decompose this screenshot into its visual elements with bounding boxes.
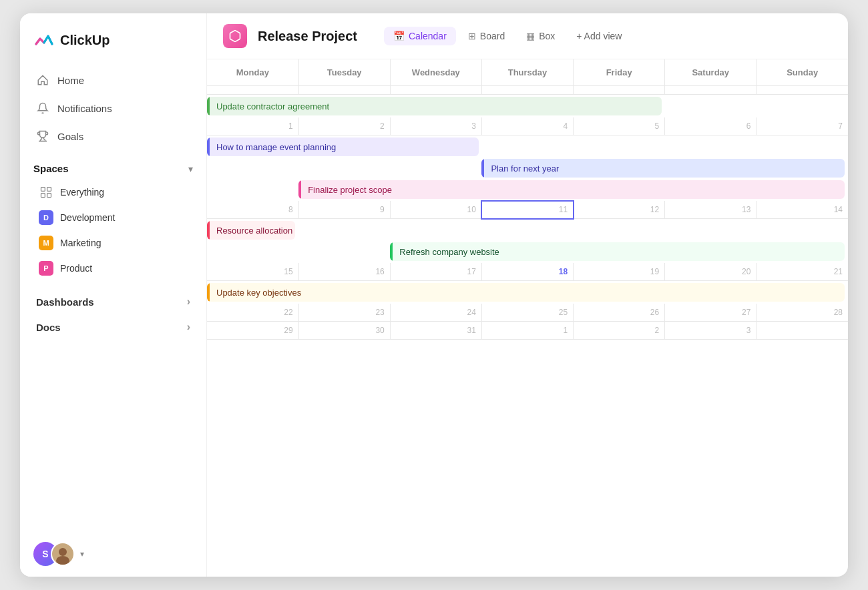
date-number-2-1: 9 bbox=[299, 201, 390, 218]
sidebar-goals-label: Goals bbox=[57, 131, 83, 142]
product-avatar: P bbox=[39, 261, 53, 276]
date-number-4-1: 23 bbox=[299, 304, 390, 321]
tab-board[interactable]: ⊞ Board bbox=[459, 27, 514, 45]
spaces-chevron[interactable]: ▾ bbox=[188, 164, 193, 174]
event-bar-1-1[interactable]: Plan for next year bbox=[207, 158, 848, 178]
date-number-3-3: 18 bbox=[482, 263, 573, 280]
cal-cell-4-5[interactable]: 27 bbox=[665, 304, 756, 322]
cal-cell-2-4[interactable]: 12 bbox=[574, 201, 665, 219]
cal-cell-0-3[interactable] bbox=[481, 86, 573, 95]
cal-cell-0-5[interactable] bbox=[665, 86, 756, 95]
cal-cell-3-0[interactable]: 15 bbox=[207, 263, 298, 281]
week-row-1: 1234567 bbox=[207, 117, 848, 135]
cal-cell-3-2[interactable]: 17 bbox=[390, 263, 481, 281]
cal-cell-1-4[interactable]: 5 bbox=[574, 117, 665, 135]
cal-cell-2-1[interactable]: 9 bbox=[298, 201, 390, 219]
event-bar-0-0[interactable]: Update contractor agreement bbox=[207, 96, 848, 116]
cal-cell-3-1[interactable]: 16 bbox=[298, 263, 390, 281]
date-number-1-6: 7 bbox=[756, 117, 848, 135]
event-bar-1-2[interactable]: Finalize project scope bbox=[207, 180, 848, 200]
user-dropdown-arrow[interactable]: ▾ bbox=[80, 549, 84, 559]
event-bar-3-0[interactable]: Update key objectives bbox=[207, 282, 848, 302]
date-number-2-6: 14 bbox=[756, 201, 848, 218]
week-row-2: 891011121314 bbox=[207, 201, 848, 219]
cal-cell-1-6[interactable]: 7 bbox=[756, 117, 848, 135]
date-number-2-2: 10 bbox=[391, 201, 481, 218]
cal-cell-1-0[interactable]: 1 bbox=[207, 117, 298, 135]
cal-cell-4-6[interactable]: 28 bbox=[756, 304, 848, 322]
project-title: Release Project bbox=[258, 29, 357, 44]
cal-cell-4-1[interactable]: 23 bbox=[298, 304, 390, 322]
box-tab-label: Box bbox=[539, 31, 555, 41]
cal-cell-4-3[interactable]: 25 bbox=[481, 304, 573, 322]
sidebar-item-product[interactable]: P Product bbox=[33, 256, 193, 281]
docs-item[interactable]: Docs › bbox=[28, 314, 198, 340]
event-cell-1: How to manage event planningPlan for nex… bbox=[207, 135, 848, 202]
tab-box[interactable]: ▦ Box bbox=[517, 27, 564, 45]
event-bar-2-0[interactable]: Resource allocation bbox=[207, 220, 848, 240]
cal-cell-3-3[interactable]: 18 bbox=[481, 263, 573, 281]
cal-cell-0-0[interactable] bbox=[207, 86, 298, 95]
sidebar-item-marketing[interactable]: M Marketing bbox=[33, 230, 193, 256]
cal-cell-0-6[interactable] bbox=[756, 86, 848, 95]
dashboards-label: Dashboards bbox=[36, 296, 94, 308]
cal-cell-2-0[interactable]: 8 bbox=[207, 201, 298, 219]
date-number-1-4: 5 bbox=[574, 117, 664, 135]
sidebar-item-goals[interactable]: Goals bbox=[28, 123, 198, 150]
sidebar-item-home[interactable]: Home bbox=[28, 67, 198, 93]
day-header-sunday: Sunday bbox=[756, 59, 848, 86]
cal-cell-1-3[interactable]: 4 bbox=[481, 117, 573, 135]
event-bar-1-0[interactable]: How to manage event planning bbox=[207, 137, 848, 157]
sidebar-item-development[interactable]: D Development bbox=[33, 205, 193, 230]
date-number-1-5: 6 bbox=[665, 117, 756, 135]
sidebar-item-notifications[interactable]: Notifications bbox=[28, 95, 198, 121]
date-number-1-2: 3 bbox=[391, 117, 481, 135]
logo-area[interactable]: ClickUp bbox=[20, 29, 206, 67]
docs-chevron: › bbox=[187, 321, 190, 333]
development-label: Development bbox=[60, 212, 116, 223]
cal-cell-0-2[interactable] bbox=[390, 86, 481, 95]
date-number-2-3: 11 bbox=[482, 201, 573, 218]
day-header-tuesday: Tuesday bbox=[298, 59, 390, 86]
sidebar-user[interactable]: S ▾ bbox=[20, 531, 206, 566]
cal-cell-3-4[interactable]: 19 bbox=[574, 263, 665, 281]
sidebar-item-everything[interactable]: Everything bbox=[33, 180, 193, 205]
cal-cell-3-6[interactable]: 21 bbox=[756, 263, 848, 281]
cal-cell-1-5[interactable]: 6 bbox=[665, 117, 756, 135]
date-number-5-3: 1 bbox=[482, 322, 573, 339]
date-number-5-1: 30 bbox=[299, 322, 390, 339]
bell-icon bbox=[36, 101, 49, 115]
cal-cell-1-2[interactable]: 3 bbox=[390, 117, 481, 135]
cal-cell-5-0[interactable]: 29 bbox=[207, 322, 298, 340]
cal-cell-3-5[interactable]: 20 bbox=[665, 263, 756, 281]
cal-cell-5-6[interactable] bbox=[756, 322, 848, 340]
svg-rect-2 bbox=[41, 194, 45, 198]
cal-cell-2-3[interactable]: 11 bbox=[481, 201, 573, 219]
cal-cell-1-1[interactable]: 2 bbox=[298, 117, 390, 135]
calendar-wrapper[interactable]: Monday Tuesday Wednesday Thursday Friday… bbox=[207, 59, 848, 577]
date-number-2-4: 12 bbox=[574, 201, 664, 218]
calendar-header-row: Monday Tuesday Wednesday Thursday Friday… bbox=[207, 59, 848, 86]
cal-cell-0-1[interactable] bbox=[298, 86, 390, 95]
cal-cell-2-5[interactable]: 13 bbox=[665, 201, 756, 219]
cal-cell-5-5[interactable]: 3 bbox=[665, 322, 756, 340]
cal-cell-0-4[interactable] bbox=[574, 86, 665, 95]
event-bar-2-1[interactable]: Refresh company website bbox=[207, 242, 848, 262]
cal-cell-4-2[interactable]: 24 bbox=[390, 304, 481, 322]
spaces-section: Spaces ▾ Everything D Development bbox=[20, 150, 206, 286]
week-row-3: 15161718192021 bbox=[207, 263, 848, 281]
dashboards-item[interactable]: Dashboards › bbox=[28, 289, 198, 314]
cal-cell-4-4[interactable]: 26 bbox=[574, 304, 665, 322]
cal-cell-4-0[interactable]: 22 bbox=[207, 304, 298, 322]
cal-cell-5-4[interactable]: 2 bbox=[574, 322, 665, 340]
cal-cell-5-2[interactable]: 31 bbox=[390, 322, 481, 340]
everything-label: Everything bbox=[60, 187, 104, 198]
cal-cell-2-6[interactable]: 14 bbox=[756, 201, 848, 219]
date-number-0-1 bbox=[299, 86, 390, 94]
add-view-button[interactable]: + Add view bbox=[567, 27, 631, 45]
tab-calendar[interactable]: 📅 Calendar bbox=[384, 27, 456, 45]
cal-cell-5-1[interactable]: 30 bbox=[298, 322, 390, 340]
cal-cell-2-2[interactable]: 10 bbox=[390, 201, 481, 219]
cal-cell-5-3[interactable]: 1 bbox=[481, 322, 573, 340]
week-row-5: 293031123 bbox=[207, 322, 848, 340]
